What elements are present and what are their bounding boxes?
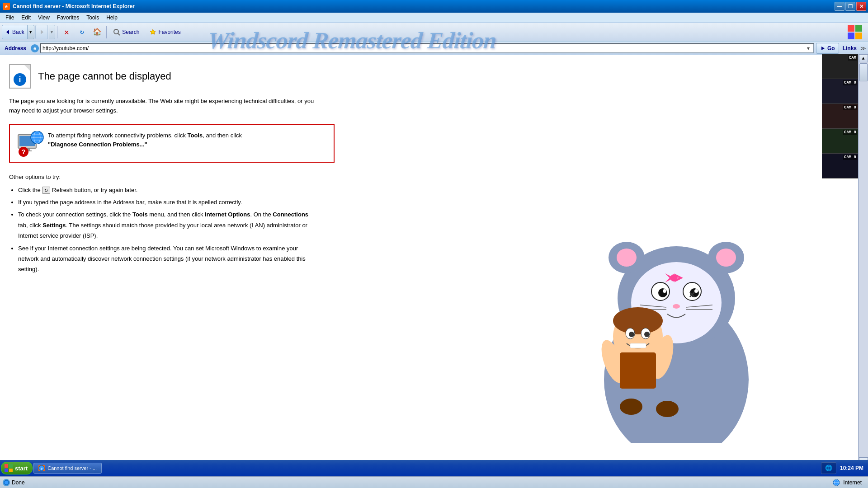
internet-zone-icon xyxy=(832,479,840,486)
svg-point-27 xyxy=(631,262,722,343)
taskbar-task-ie[interactable]: e Cannot find server - ... xyxy=(33,463,102,474)
links-dropdown-arrow[interactable]: ≫ xyxy=(860,45,866,52)
taskbar-ie-icon: e xyxy=(38,465,45,471)
page-loading-icon: e xyxy=(31,44,39,52)
svg-rect-49 xyxy=(630,343,646,348)
option-item-3: To check your connection settings, click… xyxy=(18,209,316,241)
option-item-1: Click the ↻ Refresh button, or try again… xyxy=(18,185,316,195)
cam-label-2: CAM 0 xyxy=(843,80,857,85)
svg-marker-41 xyxy=(674,273,683,282)
svg-point-21 xyxy=(604,298,749,443)
fix-box-text: To attempt fixing network connectivity p… xyxy=(48,131,242,150)
menu-view[interactable]: View xyxy=(34,14,53,22)
maximize-button[interactable]: ❐ xyxy=(845,2,855,11)
links-label[interactable]: Links xyxy=(841,45,859,52)
menu-help[interactable]: Help xyxy=(103,14,121,22)
close-button[interactable]: ✕ xyxy=(856,2,866,11)
svg-point-26 xyxy=(716,249,736,267)
other-options-title: Other options to try: xyxy=(9,174,813,180)
svg-point-44 xyxy=(613,307,663,334)
clock: 10:24 PM xyxy=(840,465,863,471)
cam-label-4: CAM 0 xyxy=(843,130,857,135)
tray-network-icon: 🌐 xyxy=(825,465,832,472)
svg-rect-59 xyxy=(5,464,8,468)
option-item-4: See if your Internet connection settings… xyxy=(18,243,316,275)
home-button[interactable]: 🏠 xyxy=(90,25,104,39)
stop-button[interactable]: ✕ xyxy=(59,25,74,39)
windows-logo xyxy=(844,24,866,40)
svg-line-36 xyxy=(640,305,666,307)
svg-point-55 xyxy=(4,480,9,485)
svg-point-31 xyxy=(690,288,699,297)
go-arrow-icon xyxy=(820,46,826,51)
svg-marker-1 xyxy=(41,30,43,34)
info-circle-icon: i xyxy=(14,73,26,86)
back-button[interactable]: Back xyxy=(2,25,28,39)
svg-point-53 xyxy=(620,399,642,415)
svg-marker-0 xyxy=(6,30,9,34)
svg-point-47 xyxy=(629,332,634,337)
menu-edit[interactable]: Edit xyxy=(18,14,34,22)
svg-rect-52 xyxy=(620,352,656,389)
taskbar-right: 🌐 10:24 PM xyxy=(817,462,867,474)
cam-thumb-4: CAM 0 xyxy=(822,129,858,154)
address-input[interactable] xyxy=(42,45,803,52)
svg-rect-61 xyxy=(5,469,8,472)
svg-line-38 xyxy=(686,305,712,307)
network-diagnostic-icon: ? xyxy=(17,131,44,157)
content-area: i The page cannot be displayed The page … xyxy=(0,55,822,465)
start-button[interactable]: start xyxy=(1,462,33,474)
menu-favorites[interactable]: Favorites xyxy=(53,14,83,22)
back-arrow-icon xyxy=(5,29,11,35)
svg-text:e: e xyxy=(41,466,43,471)
scroll-up-button[interactable]: ▲ xyxy=(859,54,868,62)
address-dropdown-button[interactable]: ▾ xyxy=(805,44,811,52)
status-zone-label: Internet xyxy=(843,479,862,486)
search-button[interactable]: Search xyxy=(108,25,144,39)
minimize-button[interactable]: — xyxy=(835,2,844,11)
status-done-label: Done xyxy=(12,479,25,486)
options-list: Click the ↻ Refresh button, or try again… xyxy=(9,185,316,275)
ie-taskbar-icon: e xyxy=(38,465,45,471)
address-bar-inner: e ▾ xyxy=(31,43,814,53)
favorites-button[interactable]: Favorites xyxy=(145,25,185,39)
scroll-thumb[interactable] xyxy=(859,63,868,81)
svg-point-54 xyxy=(656,401,679,417)
option-item-2: If you typed the page address in the Add… xyxy=(18,197,316,207)
svg-point-45 xyxy=(626,328,635,339)
svg-point-25 xyxy=(617,249,637,267)
cam-thumb-1: CAM xyxy=(822,54,858,79)
favorites-star-icon xyxy=(149,28,156,36)
globe-small-icon xyxy=(4,480,9,485)
svg-point-43 xyxy=(613,310,663,364)
menu-tools[interactable]: Tools xyxy=(83,14,103,22)
error-header: i The page cannot be displayed xyxy=(9,64,813,89)
search-icon xyxy=(113,28,120,36)
svg-point-42 xyxy=(670,274,678,282)
ie-icon: e xyxy=(3,3,10,10)
refresh-button[interactable]: ↻ xyxy=(75,25,89,39)
go-button[interactable]: Go xyxy=(816,43,839,54)
svg-rect-5 xyxy=(848,25,854,32)
character-svg: × xyxy=(505,208,776,443)
svg-rect-8 xyxy=(855,33,862,39)
svg-point-48 xyxy=(644,332,650,337)
error-description: The page you are looking for is currentl… xyxy=(9,97,326,116)
svg-point-23 xyxy=(609,242,645,273)
window-title: Cannot find server - Microsoft Internet … xyxy=(13,3,135,9)
taskbar: start e Cannot find server - ... 🌐 10:24… xyxy=(0,460,868,476)
forward-dropdown-button[interactable]: ▾ xyxy=(49,25,56,39)
address-label: Address xyxy=(2,45,29,52)
svg-point-51 xyxy=(648,333,678,381)
svg-point-35 xyxy=(673,304,680,309)
status-bar: Done Internet xyxy=(0,476,868,488)
status-done: Done xyxy=(3,479,830,486)
title-bar-left: e Cannot find server - Microsoft Interne… xyxy=(3,3,135,10)
svg-point-33 xyxy=(694,289,698,293)
toolbar-separator-1 xyxy=(57,26,57,38)
fix-box-icon: ? xyxy=(17,131,42,155)
menu-file[interactable]: File xyxy=(2,14,18,22)
fix-box: ? To attempt fixing network connectivity… xyxy=(9,124,335,163)
back-dropdown-button[interactable]: ▾ xyxy=(28,25,34,39)
forward-button[interactable] xyxy=(35,25,48,39)
